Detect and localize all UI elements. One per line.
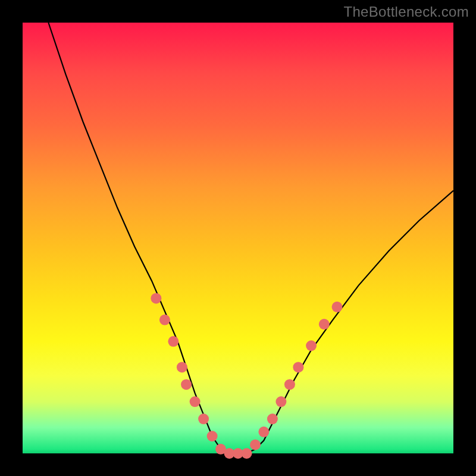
left-dot-7 [198, 414, 209, 424]
left-dot-1 [151, 293, 161, 303]
chart-frame: TheBottleneck.com [0, 0, 476, 476]
watermark-text: TheBottleneck.com [343, 4, 469, 20]
left-dot-8 [207, 431, 218, 441]
right-dot-4 [275, 396, 286, 407]
right-dot-3 [267, 414, 278, 424]
bottleneck-curve [48, 23, 453, 453]
chart-plot-area [23, 23, 453, 453]
right-dot-2 [258, 427, 269, 437]
right-dot-7 [306, 340, 317, 351]
left-dot-5 [181, 379, 192, 390]
right-dot-1 [250, 440, 261, 450]
flat-dot-4 [242, 448, 252, 459]
right-dot-6 [293, 362, 303, 372]
right-dot-9 [332, 302, 343, 312]
data-points-group [151, 293, 342, 459]
chart-svg [23, 23, 453, 453]
right-dot-8 [319, 319, 330, 330]
right-dot-5 [284, 379, 295, 390]
left-dot-2 [159, 315, 170, 325]
left-dot-6 [190, 396, 201, 407]
left-dot-4 [177, 362, 187, 372]
left-dot-3 [168, 336, 178, 347]
